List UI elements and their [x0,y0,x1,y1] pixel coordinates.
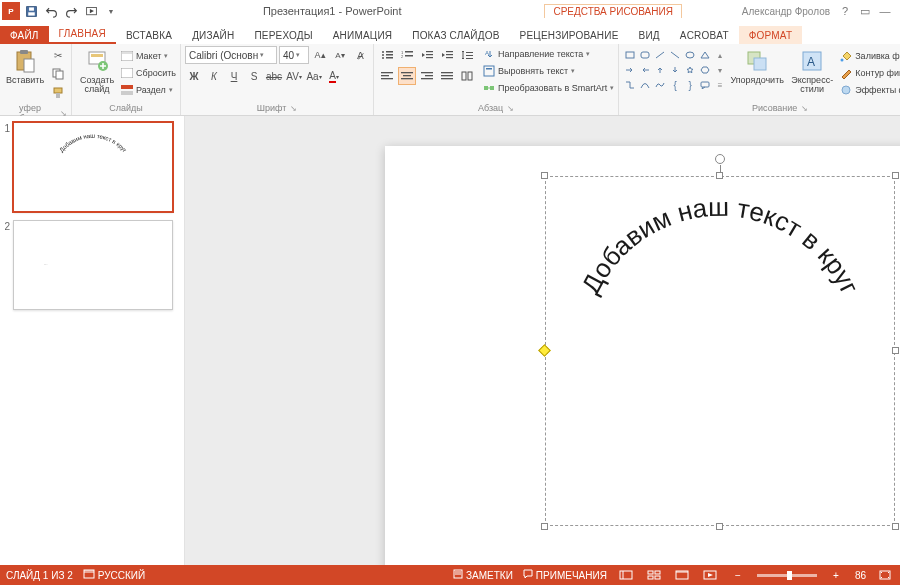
reset-button[interactable]: Сбросить [121,65,176,81]
shapes-more-icon[interactable]: ≡ [713,78,727,92]
shape-arrow-r-icon[interactable] [623,63,637,77]
align-center-icon[interactable] [398,67,416,85]
shapes-row-down-icon[interactable]: ▾ [713,63,727,77]
slide-counter[interactable]: СЛАЙД 1 ИЗ 2 [6,570,73,581]
slide-thumbnail-2[interactable]: … [13,220,173,310]
section-button[interactable]: Раздел▾ [121,82,176,98]
increase-indent-icon[interactable] [438,46,456,64]
shape-oval-icon[interactable] [683,48,697,62]
view-reading-icon[interactable] [673,568,691,582]
tab-format[interactable]: ФОРМАТ [739,26,802,44]
shapes-gallery[interactable]: ▴ ▾ { [623,46,727,92]
line-spacing-icon[interactable] [458,46,476,64]
shadow-button[interactable]: S [245,67,263,85]
tab-review[interactable]: РЕЦЕНЗИРОВАНИЕ [510,26,629,44]
copy-icon[interactable] [49,65,67,83]
arrange-button[interactable]: Упорядочить [730,46,784,85]
rotation-handle[interactable] [715,154,725,164]
shape-triangle-icon[interactable] [698,48,712,62]
shape-arrow-l-icon[interactable] [638,63,652,77]
paste-button[interactable]: Вставить [4,46,46,85]
font-color-icon[interactable]: A▾ [325,67,343,85]
help-icon[interactable]: ? [838,4,852,18]
shape-arrow-u-icon[interactable] [653,63,667,77]
align-right-icon[interactable] [418,67,436,85]
tab-design[interactable]: ДИЗАЙН [182,26,244,44]
align-text-button[interactable]: Выровнять текст▾ [483,63,614,79]
italic-button[interactable]: К [205,67,223,85]
app-icon[interactable]: P [2,2,20,20]
undo-icon[interactable] [42,2,60,20]
shape-connector-icon[interactable] [623,78,637,92]
slide[interactable]: Добавим наш текст в круг [385,146,900,565]
canvas-area[interactable]: Добавим наш текст в круг [185,116,900,565]
bullets-icon[interactable] [378,46,396,64]
zoom-in-icon[interactable]: + [827,568,845,582]
grow-font-icon[interactable]: A▴ [311,46,329,64]
tab-slideshow[interactable]: ПОКАЗ СЛАЙДОВ [402,26,509,44]
comments-button[interactable]: ПРИМЕЧАНИЯ [523,569,607,581]
cut-icon[interactable]: ✂ [49,46,67,64]
tab-insert[interactable]: ВСТАВКА [116,26,182,44]
font-launcher-icon[interactable]: ↘ [290,104,297,113]
bold-button[interactable]: Ж [185,67,203,85]
shrink-font-icon[interactable]: A▾ [331,46,349,64]
user-name[interactable]: Александр Фролов [742,6,830,17]
tab-animations[interactable]: АНИМАЦИЯ [323,26,403,44]
shape-callout-icon[interactable] [698,78,712,92]
clear-format-icon[interactable]: A̷ [351,46,369,64]
decrease-indent-icon[interactable] [418,46,436,64]
thumbnail-pane[interactable]: 1 Добавим наш текст в круг 2 … [0,116,185,565]
tab-file[interactable]: ФАЙЛ [0,26,49,44]
view-sorter-icon[interactable] [645,568,663,582]
notes-button[interactable]: ЗАМЕТКИ [453,569,513,581]
shape-rounded-rect-icon[interactable] [638,48,652,62]
view-slideshow-icon[interactable] [701,568,719,582]
shape-brace-r-icon[interactable]: } [683,78,697,92]
tab-transitions[interactable]: ПЕРЕХОДЫ [244,26,322,44]
new-slide-button[interactable]: Создать слайд [76,46,118,95]
quick-styles-button[interactable]: A Экспресс- стили [787,46,837,95]
layout-button[interactable]: Макет▾ [121,48,176,64]
font-family-combo[interactable]: Calibri (Основн▾ [185,46,277,64]
drawing-launcher-icon[interactable]: ↘ [801,104,808,113]
zoom-percent[interactable]: 86 [855,570,866,581]
redo-icon[interactable] [62,2,80,20]
shape-fill-button[interactable]: Заливка фигуры▾ [840,48,900,64]
shape-line-icon[interactable] [653,48,667,62]
justify-icon[interactable] [438,67,456,85]
shape-curve-icon[interactable] [638,78,652,92]
tab-acrobat[interactable]: ACROBAT [670,26,739,44]
shape-outline-button[interactable]: Контур фигуры▾ [840,65,900,81]
fit-window-icon[interactable] [876,568,894,582]
qat-customize-icon[interactable]: ▼ [102,2,120,20]
tab-home[interactable]: ГЛАВНАЯ [49,24,116,44]
numbering-icon[interactable]: 12 [398,46,416,64]
language-button[interactable]: РУССКИЙ [83,569,145,581]
zoom-out-icon[interactable]: − [729,568,747,582]
shape-freeform-icon[interactable] [653,78,667,92]
shape-brace-l-icon[interactable]: { [668,78,682,92]
change-case-icon[interactable]: Aa▾ [305,67,323,85]
ribbon-display-icon[interactable]: ▭ [858,4,872,18]
shape-rectangle-icon[interactable] [623,48,637,62]
view-normal-icon[interactable] [617,568,635,582]
shape-arrow-d-icon[interactable] [668,63,682,77]
slide-thumbnail-1[interactable]: Добавим наш текст в круг [13,122,173,212]
smartart-button[interactable]: Преобразовать в SmartArt▾ [483,80,614,96]
font-size-combo[interactable]: 40▾ [279,46,309,64]
slideshow-icon[interactable] [82,2,100,20]
underline-button[interactable]: Ч [225,67,243,85]
shape-effects-button[interactable]: Эффекты фигуры▾ [840,82,900,98]
columns-icon[interactable] [458,67,476,85]
strike-button[interactable]: abc [265,67,283,85]
format-painter-icon[interactable] [49,84,67,102]
shapes-row-up-icon[interactable]: ▴ [713,48,727,62]
shape-line2-icon[interactable] [668,48,682,62]
align-left-icon[interactable] [378,67,396,85]
char-spacing-icon[interactable]: AV▾ [285,67,303,85]
shape-hexagon-icon[interactable] [698,63,712,77]
zoom-slider[interactable] [757,574,817,577]
paragraph-launcher-icon[interactable]: ↘ [507,104,514,113]
tab-view[interactable]: ВИД [629,26,670,44]
